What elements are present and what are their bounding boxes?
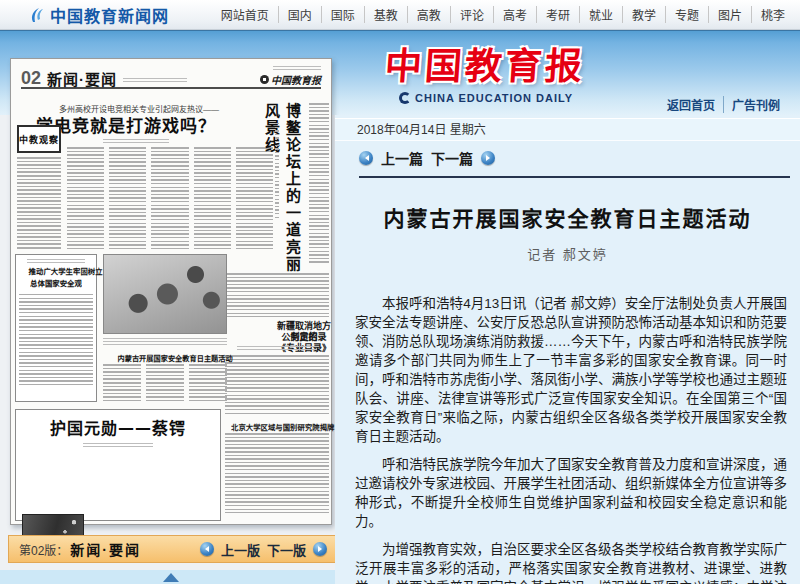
- simulated-text-column: [17, 157, 61, 249]
- site-logo-text: 中国教育新闻网: [50, 3, 169, 27]
- simulated-text-column: [309, 103, 329, 263]
- simulated-photo-caption: [103, 338, 227, 347]
- newspaper-section-name: 新闻·要闻: [47, 72, 117, 87]
- article-byline: 记者 郝文婷: [335, 244, 800, 263]
- box-headline-line1: 推动广大学生牢固树立: [29, 268, 84, 277]
- article-paragraph: 本报呼和浩特4月13日讯（记者 郝文婷）安全厅法制处负责人开展国家安全法专题讲座…: [355, 294, 787, 446]
- newspaper-page-image[interactable]: 02 新闻·要闻 中国教育报 多州高校开设电竞相关专业引起网友热议—— 学电竞就…: [10, 58, 332, 525]
- top-nav-bar: 中国教育新闻网 网站首页 国内 国际 基教 高教 评论 高考 考研 就业 教学 …: [0, 0, 800, 30]
- bottom-headline: 护国元勋——蔡锷: [22, 415, 214, 439]
- prev-article-icon[interactable]: [359, 151, 373, 165]
- paper-brand-icon: [260, 75, 269, 84]
- newspaper-section-header: 02 新闻·要闻 中国教育报: [21, 65, 321, 89]
- simulated-text-columns: [103, 364, 227, 404]
- simulated-text-block: [225, 273, 329, 317]
- photo-article-headline: 内蒙古开展国家安全教育日主题活动: [117, 352, 212, 363]
- simulated-text-block: [225, 433, 329, 513]
- column-badge: 中教观察: [17, 125, 61, 153]
- prev-page-icon[interactable]: [200, 542, 214, 556]
- nav-item-gaokao[interactable]: 高考: [493, 6, 536, 23]
- page-section-name: 新闻·要闻: [70, 539, 141, 559]
- simulated-vertical-subtext: [275, 123, 279, 218]
- page-nav: 上一版 下一版: [200, 540, 327, 559]
- nav-item-domestic[interactable]: 国内: [278, 6, 321, 23]
- small-headline: 北京大学区域与国别研究院揭牌: [231, 422, 323, 433]
- scroll-top-icon[interactable]: [163, 573, 179, 582]
- news-photo: [103, 254, 227, 334]
- date-strip: 2018年04月14日 星期六: [335, 118, 800, 141]
- next-article-icon[interactable]: [481, 151, 495, 165]
- masthead-links: 返回首页 广告刊例: [659, 96, 788, 113]
- nav-item-higher-edu[interactable]: 高教: [407, 6, 450, 23]
- simulated-subtext: [237, 346, 317, 350]
- return-home-link[interactable]: 返回首页: [659, 96, 723, 113]
- nav-item-basic-edu[interactable]: 基教: [364, 6, 407, 23]
- prev-article-button[interactable]: 上一篇: [381, 148, 423, 168]
- newspaper-brand-block: 中国教育报: [260, 66, 321, 87]
- article-paragraph: 为增强教育实效，自治区要求全区各级各类学校结合教育教学实际广泛开展丰富多彩的活动…: [355, 540, 787, 584]
- nav-item-jobs[interactable]: 就业: [579, 6, 622, 23]
- nav-item-kaoyan[interactable]: 考研: [536, 6, 579, 23]
- prev-page-button[interactable]: 上一版: [221, 540, 260, 559]
- right-column-headline: 新疆取消地方制定的 公务员招录《专业目录》: [223, 321, 331, 332]
- page-number-label: 第02版：: [19, 541, 68, 558]
- site-logo[interactable]: 中国教育新闻网: [26, 3, 169, 27]
- simulated-label: [27, 259, 85, 263]
- divider-rule: [359, 176, 790, 178]
- masthead-title: 中国教育报: [383, 36, 587, 90]
- boxed-article: 推动广大学生牢固树立 总体国家安全观: [15, 254, 97, 402]
- article-body: 本报呼和浩特4月13日讯（记者 郝文婷）安全厅法制处负责人开展国家安全法专题讲座…: [355, 294, 787, 584]
- simulated-text-columns: [22, 452, 214, 514]
- masthead-subtitle: CHINA EDUCATION DAILY: [415, 92, 573, 104]
- masthead-subtitle-row: CHINA EDUCATION DAILY: [399, 92, 573, 104]
- nav-item-comment[interactable]: 评论: [450, 6, 493, 23]
- nav-item-teaching[interactable]: 教学: [622, 6, 665, 23]
- simulated-text-block: [19, 294, 93, 386]
- vertical-headline: 博鳌论坛上的一道亮丽风景线: [261, 103, 303, 281]
- nav-item-photos[interactable]: 图片: [708, 6, 751, 23]
- nav-item-taoli[interactable]: 桃李: [751, 6, 794, 23]
- simulated-masthead-text: [123, 78, 187, 84]
- page-indicator: 第02版： 新闻·要闻: [19, 539, 141, 559]
- bottom-strip: [0, 570, 338, 584]
- article-panel: 中国教育报 CHINA EDUCATION DAILY 返回首页 广告刊例 20…: [335, 30, 800, 584]
- nav-item-home[interactable]: 网站首页: [212, 6, 278, 23]
- simulated-date-text: [273, 66, 321, 70]
- ad-rates-link[interactable]: 广告刊例: [723, 96, 788, 113]
- simulated-text-columns: [67, 147, 273, 249]
- paper-brand-text: 中国教育报: [271, 72, 321, 87]
- simulated-byline: [83, 443, 153, 447]
- article-paragraph: 呼和浩特民族学院今年加大了国家安全教育普及力度和宣讲深度，通过邀请校外专家进校园…: [355, 455, 787, 531]
- nav-item-special[interactable]: 专题: [665, 6, 708, 23]
- site-logo-icon: [26, 6, 46, 24]
- next-page-button[interactable]: 下一版: [267, 540, 306, 559]
- box-headline-line2: 总体国家安全观: [29, 280, 84, 289]
- simulated-byline: [103, 139, 169, 144]
- next-page-icon[interactable]: [313, 542, 327, 556]
- article-nav: 上一篇 下一篇: [359, 148, 495, 168]
- newspaper-section-number: 02: [21, 69, 41, 87]
- next-article-button[interactable]: 下一篇: [431, 148, 473, 168]
- ced-logo-icon: [399, 92, 411, 104]
- bottom-article-box: 护国元勋——蔡锷: [15, 409, 221, 521]
- page-footer-bar: 第02版： 新闻·要闻 上一版 下一版: [8, 535, 338, 563]
- simulated-text-block: [225, 355, 329, 415]
- nav-item-international[interactable]: 国际: [321, 6, 364, 23]
- article-title: 内蒙古开展国家安全教育日主题活动: [335, 202, 800, 232]
- top-nav-links: 网站首页 国内 国际 基教 高教 评论 高考 考研 就业 教学 专题 图片 桃李: [212, 6, 794, 23]
